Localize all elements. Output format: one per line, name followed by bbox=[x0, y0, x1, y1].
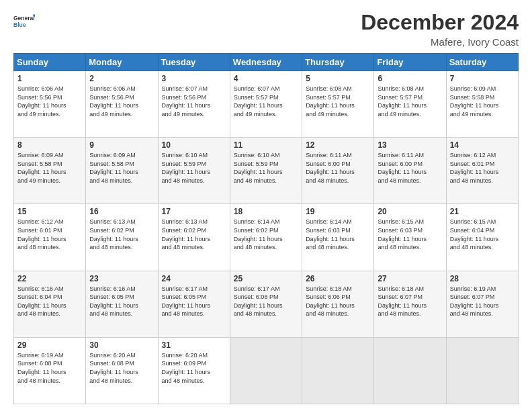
day-info: Sunrise: 6:18 AM Sunset: 6:06 PM Dayligh… bbox=[306, 285, 370, 318]
day-number: 17 bbox=[162, 207, 226, 216]
calendar-cell: 19Sunrise: 6:14 AM Sunset: 6:03 PM Dayli… bbox=[302, 204, 374, 271]
day-number: 22 bbox=[17, 274, 82, 283]
calendar-cell: 14Sunrise: 6:12 AM Sunset: 6:01 PM Dayli… bbox=[446, 138, 518, 204]
day-info: Sunrise: 6:13 AM Sunset: 6:02 PM Dayligh… bbox=[89, 218, 154, 251]
day-info: Sunrise: 6:15 AM Sunset: 6:04 PM Dayligh… bbox=[450, 218, 515, 251]
day-number: 9 bbox=[89, 140, 154, 150]
day-info: Sunrise: 6:08 AM Sunset: 5:57 PM Dayligh… bbox=[378, 85, 442, 118]
calendar-day-header: Friday bbox=[374, 54, 446, 71]
day-info: Sunrise: 6:18 AM Sunset: 6:07 PM Dayligh… bbox=[378, 285, 442, 318]
svg-text:General: General bbox=[13, 15, 35, 21]
calendar-day-header: Wednesday bbox=[230, 54, 302, 71]
calendar-week-row: 29Sunrise: 6:19 AM Sunset: 6:08 PM Dayli… bbox=[14, 337, 519, 404]
day-number: 21 bbox=[450, 207, 515, 216]
calendar-cell: 16Sunrise: 6:13 AM Sunset: 6:02 PM Dayli… bbox=[86, 204, 158, 271]
calendar-cell: 18Sunrise: 6:14 AM Sunset: 6:02 PM Dayli… bbox=[230, 204, 302, 271]
day-number: 24 bbox=[162, 274, 226, 283]
day-number: 31 bbox=[162, 340, 226, 350]
calendar-cell: 24Sunrise: 6:17 AM Sunset: 6:05 PM Dayli… bbox=[158, 271, 230, 337]
logo: General Blue bbox=[13, 10, 35, 32]
day-info: Sunrise: 6:06 AM Sunset: 5:56 PM Dayligh… bbox=[17, 85, 82, 118]
day-number: 11 bbox=[234, 140, 298, 150]
calendar-header-row: SundayMondayTuesdayWednesdayThursdayFrid… bbox=[14, 54, 519, 71]
day-number: 7 bbox=[450, 74, 515, 83]
day-info: Sunrise: 6:20 AM Sunset: 6:08 PM Dayligh… bbox=[89, 351, 154, 385]
day-number: 2 bbox=[89, 74, 154, 83]
calendar-cell: 5Sunrise: 6:08 AM Sunset: 5:57 PM Daylig… bbox=[302, 71, 374, 138]
header: General Blue December 2024 Mafere, Ivory… bbox=[13, 10, 519, 48]
day-number: 10 bbox=[162, 140, 226, 150]
calendar-cell: 8Sunrise: 6:09 AM Sunset: 5:58 PM Daylig… bbox=[14, 138, 86, 204]
calendar-cell: 28Sunrise: 6:19 AM Sunset: 6:07 PM Dayli… bbox=[446, 271, 518, 337]
calendar-cell bbox=[446, 337, 518, 404]
main-title: December 2024 bbox=[361, 10, 519, 35]
calendar-cell: 2Sunrise: 6:06 AM Sunset: 5:56 PM Daylig… bbox=[86, 71, 158, 138]
calendar-week-row: 8Sunrise: 6:09 AM Sunset: 5:58 PM Daylig… bbox=[14, 138, 519, 204]
day-info: Sunrise: 6:11 AM Sunset: 6:00 PM Dayligh… bbox=[306, 151, 370, 185]
calendar-day-header: Sunday bbox=[14, 54, 86, 71]
calendar-cell: 10Sunrise: 6:10 AM Sunset: 5:59 PM Dayli… bbox=[158, 138, 230, 204]
calendar-week-row: 1Sunrise: 6:06 AM Sunset: 5:56 PM Daylig… bbox=[14, 71, 519, 138]
day-info: Sunrise: 6:17 AM Sunset: 6:06 PM Dayligh… bbox=[234, 285, 298, 318]
calendar-cell: 3Sunrise: 6:07 AM Sunset: 5:56 PM Daylig… bbox=[158, 71, 230, 138]
day-info: Sunrise: 6:10 AM Sunset: 5:59 PM Dayligh… bbox=[162, 151, 226, 185]
day-info: Sunrise: 6:20 AM Sunset: 6:09 PM Dayligh… bbox=[162, 351, 226, 385]
calendar-week-row: 22Sunrise: 6:16 AM Sunset: 6:04 PM Dayli… bbox=[14, 271, 519, 337]
calendar-day-header: Monday bbox=[86, 54, 158, 71]
day-number: 20 bbox=[378, 207, 442, 216]
calendar-day-header: Saturday bbox=[446, 54, 518, 71]
day-info: Sunrise: 6:19 AM Sunset: 6:08 PM Dayligh… bbox=[17, 351, 82, 385]
day-number: 5 bbox=[306, 74, 370, 83]
day-number: 26 bbox=[306, 274, 370, 283]
day-number: 30 bbox=[89, 340, 154, 350]
calendar-cell: 17Sunrise: 6:13 AM Sunset: 6:02 PM Dayli… bbox=[158, 204, 230, 271]
day-info: Sunrise: 6:14 AM Sunset: 6:02 PM Dayligh… bbox=[234, 218, 298, 251]
calendar-cell: 23Sunrise: 6:16 AM Sunset: 6:05 PM Dayli… bbox=[86, 271, 158, 337]
calendar-cell: 6Sunrise: 6:08 AM Sunset: 5:57 PM Daylig… bbox=[374, 71, 446, 138]
day-info: Sunrise: 6:09 AM Sunset: 5:58 PM Dayligh… bbox=[89, 151, 154, 185]
day-number: 25 bbox=[234, 274, 298, 283]
day-info: Sunrise: 6:06 AM Sunset: 5:56 PM Dayligh… bbox=[89, 85, 154, 118]
calendar-cell: 9Sunrise: 6:09 AM Sunset: 5:58 PM Daylig… bbox=[86, 138, 158, 204]
svg-text:Blue: Blue bbox=[13, 21, 26, 28]
day-info: Sunrise: 6:08 AM Sunset: 5:57 PM Dayligh… bbox=[306, 85, 370, 118]
calendar-table: SundayMondayTuesdayWednesdayThursdayFrid… bbox=[13, 53, 519, 404]
title-area: December 2024 Mafere, Ivory Coast bbox=[361, 10, 519, 48]
calendar-cell: 26Sunrise: 6:18 AM Sunset: 6:06 PM Dayli… bbox=[302, 271, 374, 337]
calendar-cell: 20Sunrise: 6:15 AM Sunset: 6:03 PM Dayli… bbox=[374, 204, 446, 271]
day-number: 14 bbox=[450, 140, 515, 150]
day-number: 19 bbox=[306, 207, 370, 216]
day-info: Sunrise: 6:12 AM Sunset: 6:01 PM Dayligh… bbox=[17, 218, 82, 251]
calendar-cell: 29Sunrise: 6:19 AM Sunset: 6:08 PM Dayli… bbox=[14, 337, 86, 404]
calendar-cell: 22Sunrise: 6:16 AM Sunset: 6:04 PM Dayli… bbox=[14, 271, 86, 337]
calendar-day-header: Tuesday bbox=[158, 54, 230, 71]
day-number: 13 bbox=[378, 140, 442, 150]
day-info: Sunrise: 6:17 AM Sunset: 6:05 PM Dayligh… bbox=[162, 285, 226, 318]
day-info: Sunrise: 6:11 AM Sunset: 6:00 PM Dayligh… bbox=[378, 151, 442, 185]
day-info: Sunrise: 6:15 AM Sunset: 6:03 PM Dayligh… bbox=[378, 218, 442, 251]
day-number: 27 bbox=[378, 274, 442, 283]
day-info: Sunrise: 6:16 AM Sunset: 6:05 PM Dayligh… bbox=[89, 285, 154, 318]
day-number: 16 bbox=[89, 207, 154, 216]
day-number: 23 bbox=[89, 274, 154, 283]
calendar-cell bbox=[230, 337, 302, 404]
calendar-cell: 15Sunrise: 6:12 AM Sunset: 6:01 PM Dayli… bbox=[14, 204, 86, 271]
subtitle: Mafere, Ivory Coast bbox=[361, 36, 519, 48]
day-info: Sunrise: 6:09 AM Sunset: 5:58 PM Dayligh… bbox=[450, 85, 515, 118]
day-info: Sunrise: 6:07 AM Sunset: 5:57 PM Dayligh… bbox=[234, 85, 298, 118]
day-info: Sunrise: 6:09 AM Sunset: 5:58 PM Dayligh… bbox=[17, 151, 82, 185]
day-info: Sunrise: 6:10 AM Sunset: 5:59 PM Dayligh… bbox=[234, 151, 298, 185]
calendar-cell: 4Sunrise: 6:07 AM Sunset: 5:57 PM Daylig… bbox=[230, 71, 302, 138]
calendar-cell bbox=[374, 337, 446, 404]
logo-svg: General Blue bbox=[13, 10, 35, 32]
calendar-week-row: 15Sunrise: 6:12 AM Sunset: 6:01 PM Dayli… bbox=[14, 204, 519, 271]
day-number: 3 bbox=[162, 74, 226, 83]
day-number: 6 bbox=[378, 74, 442, 83]
calendar-cell: 21Sunrise: 6:15 AM Sunset: 6:04 PM Dayli… bbox=[446, 204, 518, 271]
day-number: 8 bbox=[17, 140, 82, 150]
calendar-cell: 27Sunrise: 6:18 AM Sunset: 6:07 PM Dayli… bbox=[374, 271, 446, 337]
calendar-cell bbox=[302, 337, 374, 404]
calendar-cell: 30Sunrise: 6:20 AM Sunset: 6:08 PM Dayli… bbox=[86, 337, 158, 404]
day-info: Sunrise: 6:16 AM Sunset: 6:04 PM Dayligh… bbox=[17, 285, 82, 318]
day-info: Sunrise: 6:13 AM Sunset: 6:02 PM Dayligh… bbox=[162, 218, 226, 251]
